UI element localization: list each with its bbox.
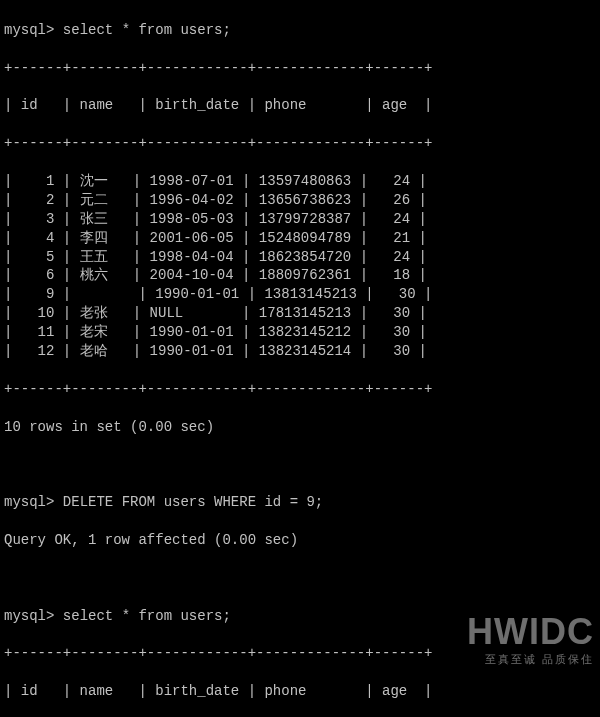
table-row: | 3 | 张三 | 1998-05-03 | 13799728387 | 24… bbox=[4, 210, 596, 229]
table-row: | 4 | 李四 | 2001-06-05 | 15248094789 | 21… bbox=[4, 229, 596, 248]
table-header: | id | name | birth_date | phone | age | bbox=[4, 682, 596, 701]
table-row: | 12 | 老哈 | 1990-01-01 | 13823145214 | 3… bbox=[4, 342, 596, 361]
table-border: +------+--------+------------+----------… bbox=[4, 380, 596, 399]
table-header: | id | name | birth_date | phone | age | bbox=[4, 96, 596, 115]
query-ok: Query OK, 1 row affected (0.00 sec) bbox=[4, 531, 596, 550]
prompt-line[interactable]: mysql> select * from users; bbox=[4, 21, 596, 40]
sql-query: select * from users; bbox=[63, 22, 231, 38]
table-body-1: | 1 | 沈一 | 1998-07-01 | 13597480863 | 24… bbox=[4, 172, 596, 361]
table-row: | 9 | | 1990-01-01 | 13813145213 | 30 | bbox=[4, 285, 596, 304]
sql-query: select * from users; bbox=[63, 608, 231, 624]
terminal-output: mysql> select * from users; +------+----… bbox=[0, 0, 600, 717]
mysql-prompt: mysql> bbox=[4, 608, 54, 624]
prompt-line[interactable]: mysql> DELETE FROM users WHERE id = 9; bbox=[4, 493, 596, 512]
table-row: | 2 | 元二 | 1996-04-02 | 13656738623 | 26… bbox=[4, 191, 596, 210]
table-row: | 10 | 老张 | NULL | 17813145213 | 30 | bbox=[4, 304, 596, 323]
blank-line bbox=[4, 455, 596, 474]
table-row: | 11 | 老宋 | 1990-01-01 | 13823145212 | 3… bbox=[4, 323, 596, 342]
sql-query: DELETE FROM users WHERE id = 9; bbox=[63, 494, 323, 510]
table-row: | 1 | 沈一 | 1998-07-01 | 13597480863 | 24… bbox=[4, 172, 596, 191]
mysql-prompt: mysql> bbox=[4, 494, 54, 510]
table-border: +------+--------+------------+----------… bbox=[4, 644, 596, 663]
mysql-prompt: mysql> bbox=[4, 22, 54, 38]
table-row: | 6 | 桃六 | 2004-10-04 | 18809762361 | 18… bbox=[4, 266, 596, 285]
prompt-line[interactable]: mysql> select * from users; bbox=[4, 607, 596, 626]
blank-line bbox=[4, 569, 596, 588]
table-row: | 5 | 王五 | 1998-04-04 | 18623854720 | 24… bbox=[4, 248, 596, 267]
table-border: +------+--------+------------+----------… bbox=[4, 134, 596, 153]
table-border: +------+--------+------------+----------… bbox=[4, 59, 596, 78]
summary-line: 10 rows in set (0.00 sec) bbox=[4, 418, 596, 437]
